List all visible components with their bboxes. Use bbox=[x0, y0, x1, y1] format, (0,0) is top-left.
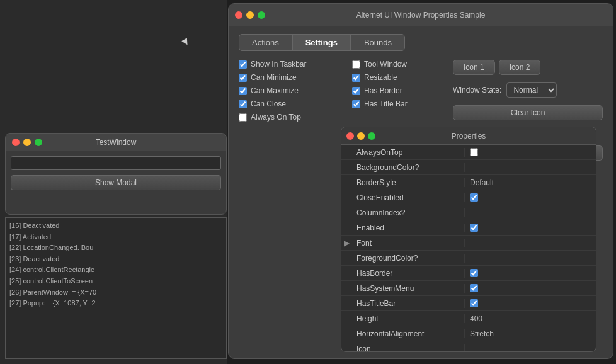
properties-titlebar: Properties bbox=[341, 127, 596, 145]
prop-checkbox-hasborder[interactable] bbox=[470, 269, 478, 277]
clear-icon-button[interactable]: Clear Icon bbox=[453, 105, 603, 120]
prop-name-fgcolor: ForegroundColor? bbox=[351, 254, 465, 263]
tab-bar: Actions Settings Bounds bbox=[239, 34, 603, 51]
prop-expand-font[interactable]: ▶ bbox=[341, 239, 351, 247]
test-window-titlebar: TestWindow bbox=[6, 134, 226, 151]
maximize-dot[interactable] bbox=[35, 139, 42, 146]
log-line-6: [25] control.ClientToScreen bbox=[9, 276, 222, 287]
checkbox-has-title-bar: Has Title Bar bbox=[352, 100, 440, 108]
main-maximize-dot[interactable] bbox=[258, 11, 265, 19]
window-state-row: Window State: Normal Minimized Maximized bbox=[453, 82, 603, 98]
prop-row-fgcolor: ForegroundColor? bbox=[341, 251, 596, 266]
prop-checkbox-hastitlebar[interactable] bbox=[470, 299, 478, 307]
checkbox-resizable-input[interactable] bbox=[352, 74, 360, 82]
prop-name-horizontalalignment: HorizontalAlignment bbox=[351, 329, 465, 338]
checkbox-can-maximize-input[interactable] bbox=[239, 87, 247, 95]
properties-table[interactable]: AlwaysOnTop BackgroundColor? BorderStyle… bbox=[341, 145, 596, 351]
checkbox-tool-window-input[interactable] bbox=[352, 60, 360, 69]
properties-body: AlwaysOnTop BackgroundColor? BorderStyle… bbox=[341, 145, 596, 351]
close-dot[interactable] bbox=[12, 139, 20, 146]
log-line-5: [24] control.ClientRectangle bbox=[9, 264, 222, 276]
log-line-8: [27] Popup: = {X=1087, Y=2 bbox=[9, 298, 222, 309]
checkbox-resizable: Resizable bbox=[352, 73, 440, 82]
test-window-title: TestWindow bbox=[96, 138, 137, 147]
icon2-button[interactable]: Icon 2 bbox=[499, 60, 541, 75]
checkbox-can-close-input[interactable] bbox=[239, 100, 247, 108]
prop-row-bgcolor: BackgroundColor? bbox=[341, 160, 596, 175]
checkbox-has-border-input[interactable] bbox=[352, 87, 360, 95]
prop-value-enabled bbox=[465, 224, 483, 232]
prop-name-font: Font bbox=[351, 239, 465, 247]
checkbox-has-title-bar-label: Has Title Bar bbox=[364, 100, 408, 108]
checkbox-can-maximize: Can Maximize bbox=[239, 86, 339, 95]
prop-value-closeenabled bbox=[465, 193, 483, 202]
prop-checkbox-closeenabled[interactable] bbox=[470, 193, 478, 202]
main-minimize-dot[interactable] bbox=[246, 11, 254, 19]
minimize-dot[interactable] bbox=[23, 139, 31, 146]
show-modal-button[interactable]: Show Modal bbox=[11, 175, 221, 190]
checkbox-show-in-taskbar-input[interactable] bbox=[239, 60, 247, 69]
checkbox-can-minimize: Can Minimize bbox=[239, 73, 339, 82]
cursor-icon bbox=[183, 39, 190, 50]
checkbox-show-in-taskbar: Show In Taskbar bbox=[239, 60, 339, 69]
prop-value-borderstyle: Default bbox=[465, 178, 499, 187]
props-minimize-dot[interactable] bbox=[357, 132, 365, 140]
test-input-field[interactable] bbox=[11, 156, 221, 170]
icon1-button[interactable]: Icon 1 bbox=[453, 60, 495, 75]
prop-checkbox-alwaysontop[interactable] bbox=[470, 148, 478, 156]
tab-bounds[interactable]: Bounds bbox=[351, 34, 405, 51]
checkbox-can-maximize-label: Can Maximize bbox=[251, 86, 299, 95]
props-maximize-dot[interactable] bbox=[368, 132, 375, 140]
log-line-3: [22] LocationChanged. Bou bbox=[9, 242, 222, 254]
properties-panel: Properties AlwaysOnTop BackgroundColor? bbox=[341, 127, 596, 352]
checkbox-tool-window-label: Tool Window bbox=[364, 60, 407, 69]
checkbox-can-close: Can Close bbox=[239, 100, 339, 108]
settings-col1: Show In Taskbar Can Minimize Can Maximiz… bbox=[239, 60, 339, 163]
main-traffic-lights bbox=[235, 11, 265, 19]
prop-row-columnindex: ColumnIndex? bbox=[341, 205, 596, 220]
prop-value-hasborder bbox=[465, 269, 483, 277]
main-window: Alternet UI Window Properties Sample Act… bbox=[228, 3, 613, 359]
prop-name-bgcolor: BackgroundColor? bbox=[351, 163, 465, 172]
checkbox-can-minimize-input[interactable] bbox=[239, 74, 247, 82]
checkbox-can-minimize-label: Can Minimize bbox=[251, 73, 297, 82]
prop-value-hastitlebar bbox=[465, 299, 483, 307]
prop-row-closeenabled: CloseEnabled bbox=[341, 190, 596, 205]
log-line-7: [26] ParentWindow: = {X=70 bbox=[9, 287, 222, 299]
prop-row-enabled: Enabled bbox=[341, 220, 596, 236]
main-window-title: Alternet UI Window Properties Sample bbox=[356, 11, 486, 20]
checkbox-has-title-bar-input[interactable] bbox=[352, 100, 360, 108]
prop-name-columnindex: ColumnIndex? bbox=[351, 208, 465, 217]
checkbox-has-border-label: Has Border bbox=[364, 86, 402, 95]
prop-row-hastitlebar: HasTitleBar bbox=[341, 296, 596, 311]
props-traffic-lights bbox=[346, 132, 375, 140]
tab-settings[interactable]: Settings bbox=[292, 34, 351, 51]
prop-value-alwaysontop bbox=[465, 148, 483, 156]
checkbox-always-on-top-input[interactable] bbox=[239, 113, 247, 122]
prop-row-hasborder: HasBorder bbox=[341, 266, 596, 281]
prop-checkbox-hassystemmenu[interactable] bbox=[470, 284, 478, 292]
log-line-4: [23] Deactivated bbox=[9, 254, 222, 265]
prop-row-alwaysontop: AlwaysOnTop bbox=[341, 145, 596, 160]
prop-name-alwaysontop: AlwaysOnTop bbox=[351, 148, 465, 157]
properties-title: Properties bbox=[452, 132, 486, 140]
tab-actions[interactable]: Actions bbox=[239, 34, 292, 51]
checkbox-has-border: Has Border bbox=[352, 86, 440, 95]
window-state-label: Window State: bbox=[453, 86, 501, 94]
test-window-body: Show Modal bbox=[6, 151, 226, 195]
log-line-1: [16] Deactivated bbox=[9, 220, 222, 232]
prop-name-height: Height bbox=[351, 314, 465, 323]
prop-row-icon: Icon bbox=[341, 341, 596, 351]
prop-row-height: Height 400 bbox=[341, 311, 596, 326]
prop-row-font: ▶ Font bbox=[341, 236, 596, 251]
main-close-dot[interactable] bbox=[235, 11, 242, 19]
icon-buttons-row: Icon 1 Icon 2 bbox=[453, 60, 603, 75]
test-window-traffic-lights bbox=[12, 139, 42, 146]
prop-name-icon: Icon bbox=[351, 344, 465, 352]
window-state-select[interactable]: Normal Minimized Maximized bbox=[506, 82, 557, 98]
checkbox-always-on-top-label: Always On Top bbox=[251, 113, 301, 122]
prop-name-enabled: Enabled bbox=[351, 224, 465, 232]
props-close-dot[interactable] bbox=[346, 132, 354, 140]
checkbox-show-in-taskbar-label: Show In Taskbar bbox=[251, 60, 307, 69]
prop-checkbox-enabled[interactable] bbox=[470, 224, 478, 232]
